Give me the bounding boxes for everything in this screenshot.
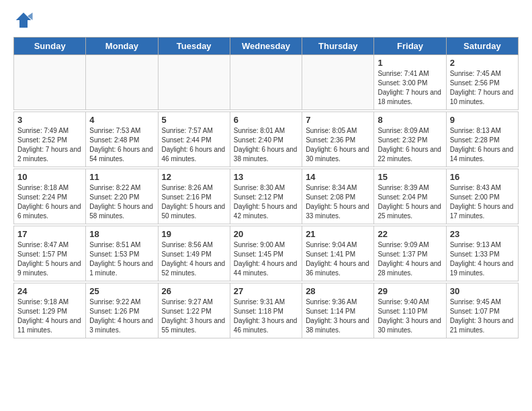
calendar-cell: 27Sunrise: 9:31 AM Sunset: 1:18 PM Dayli… — [230, 283, 302, 338]
day-info: Sunrise: 8:05 AM Sunset: 2:36 PM Dayligh… — [306, 126, 370, 164]
calendar-header-sunday: Sunday — [14, 38, 86, 55]
day-number: 6 — [234, 115, 298, 125]
day-number: 16 — [450, 172, 515, 182]
day-info: Sunrise: 7:49 AM Sunset: 2:52 PM Dayligh… — [17, 126, 82, 164]
day-number: 2 — [450, 58, 515, 68]
calendar-cell: 16Sunrise: 8:43 AM Sunset: 2:00 PM Dayli… — [446, 169, 518, 224]
calendar-header-thursday: Thursday — [302, 38, 374, 55]
calendar-cell: 3Sunrise: 7:49 AM Sunset: 2:52 PM Daylig… — [14, 112, 86, 167]
day-number: 3 — [17, 115, 82, 125]
day-number: 18 — [89, 229, 154, 239]
day-number: 7 — [306, 115, 370, 125]
calendar-cell: 7Sunrise: 8:05 AM Sunset: 2:36 PM Daylig… — [302, 112, 374, 167]
calendar-week-5: 24Sunrise: 9:18 AM Sunset: 1:29 PM Dayli… — [14, 283, 519, 338]
calendar-header-friday: Friday — [374, 38, 446, 55]
page: SundayMondayTuesdayWednesdayThursdayFrid… — [0, 0, 532, 411]
calendar-cell — [230, 55, 302, 110]
day-info: Sunrise: 9:00 AM Sunset: 1:45 PM Dayligh… — [234, 240, 298, 278]
calendar-cell — [14, 55, 86, 110]
calendar-header-wednesday: Wednesday — [230, 38, 302, 55]
calendar-cell: 25Sunrise: 9:22 AM Sunset: 1:26 PM Dayli… — [86, 283, 158, 338]
day-number: 19 — [162, 229, 226, 239]
day-number: 14 — [306, 172, 370, 182]
day-info: Sunrise: 8:51 AM Sunset: 1:53 PM Dayligh… — [89, 240, 154, 278]
calendar-week-1: 1Sunrise: 7:41 AM Sunset: 3:00 PM Daylig… — [14, 55, 519, 110]
calendar-cell: 17Sunrise: 8:47 AM Sunset: 1:57 PM Dayli… — [14, 226, 86, 281]
day-number: 22 — [378, 229, 442, 239]
day-info: Sunrise: 8:18 AM Sunset: 2:24 PM Dayligh… — [17, 183, 82, 221]
day-info: Sunrise: 9:31 AM Sunset: 1:18 PM Dayligh… — [234, 298, 298, 335]
calendar-cell: 26Sunrise: 9:27 AM Sunset: 1:22 PM Dayli… — [158, 283, 230, 338]
day-number: 29 — [378, 286, 442, 296]
calendar-cell: 11Sunrise: 8:22 AM Sunset: 2:20 PM Dayli… — [86, 169, 158, 224]
day-info: Sunrise: 8:26 AM Sunset: 2:16 PM Dayligh… — [162, 183, 226, 221]
day-info: Sunrise: 9:27 AM Sunset: 1:22 PM Dayligh… — [162, 298, 226, 335]
calendar-cell: 21Sunrise: 9:04 AM Sunset: 1:41 PM Dayli… — [302, 226, 374, 281]
calendar-cell — [86, 55, 158, 110]
calendar-cell: 18Sunrise: 8:51 AM Sunset: 1:53 PM Dayli… — [86, 226, 158, 281]
calendar-week-3: 10Sunrise: 8:18 AM Sunset: 2:24 PM Dayli… — [14, 169, 519, 224]
day-number: 25 — [89, 286, 154, 296]
day-number: 1 — [378, 58, 442, 68]
day-number: 9 — [450, 115, 515, 125]
calendar-cell: 30Sunrise: 9:45 AM Sunset: 1:07 PM Dayli… — [446, 283, 518, 338]
day-info: Sunrise: 9:04 AM Sunset: 1:41 PM Dayligh… — [306, 240, 370, 278]
day-number: 5 — [162, 115, 226, 125]
calendar-cell: 14Sunrise: 8:34 AM Sunset: 2:08 PM Dayli… — [302, 169, 374, 224]
day-info: Sunrise: 8:39 AM Sunset: 2:04 PM Dayligh… — [378, 183, 442, 221]
day-info: Sunrise: 8:22 AM Sunset: 2:20 PM Dayligh… — [89, 183, 154, 221]
calendar-cell: 23Sunrise: 9:13 AM Sunset: 1:33 PM Dayli… — [446, 226, 518, 281]
day-number: 20 — [234, 229, 298, 239]
day-number: 24 — [17, 286, 82, 296]
day-number: 8 — [378, 115, 442, 125]
calendar-body: 1Sunrise: 7:41 AM Sunset: 3:00 PM Daylig… — [14, 55, 519, 338]
day-info: Sunrise: 7:53 AM Sunset: 2:48 PM Dayligh… — [89, 126, 154, 164]
calendar-cell: 20Sunrise: 9:00 AM Sunset: 1:45 PM Dayli… — [230, 226, 302, 281]
calendar-week-4: 17Sunrise: 8:47 AM Sunset: 1:57 PM Dayli… — [14, 226, 519, 281]
calendar-cell: 12Sunrise: 8:26 AM Sunset: 2:16 PM Dayli… — [158, 169, 230, 224]
day-info: Sunrise: 9:18 AM Sunset: 1:29 PM Dayligh… — [17, 298, 82, 335]
day-info: Sunrise: 8:34 AM Sunset: 2:08 PM Dayligh… — [306, 183, 370, 221]
day-info: Sunrise: 9:13 AM Sunset: 1:33 PM Dayligh… — [450, 240, 515, 278]
calendar-header-saturday: Saturday — [446, 38, 518, 55]
day-info: Sunrise: 9:22 AM Sunset: 1:26 PM Dayligh… — [89, 298, 154, 335]
day-info: Sunrise: 8:56 AM Sunset: 1:49 PM Dayligh… — [162, 240, 226, 278]
logo — [13, 10, 37, 30]
day-info: Sunrise: 7:41 AM Sunset: 3:00 PM Dayligh… — [378, 69, 442, 107]
calendar-cell — [302, 55, 374, 110]
calendar-cell: 24Sunrise: 9:18 AM Sunset: 1:29 PM Dayli… — [14, 283, 86, 338]
calendar-cell: 13Sunrise: 8:30 AM Sunset: 2:12 PM Dayli… — [230, 169, 302, 224]
day-info: Sunrise: 7:45 AM Sunset: 2:56 PM Dayligh… — [450, 69, 515, 107]
calendar-header-monday: Monday — [86, 38, 158, 55]
calendar-cell — [158, 55, 230, 110]
calendar-header-row: SundayMondayTuesdayWednesdayThursdayFrid… — [14, 38, 519, 55]
day-info: Sunrise: 9:09 AM Sunset: 1:37 PM Dayligh… — [378, 240, 442, 278]
day-info: Sunrise: 9:36 AM Sunset: 1:14 PM Dayligh… — [306, 298, 370, 335]
logo-icon — [13, 10, 34, 30]
calendar-cell: 6Sunrise: 8:01 AM Sunset: 2:40 PM Daylig… — [230, 112, 302, 167]
day-info: Sunrise: 8:09 AM Sunset: 2:32 PM Dayligh… — [378, 126, 442, 164]
day-number: 23 — [450, 229, 515, 239]
calendar-cell: 2Sunrise: 7:45 AM Sunset: 2:56 PM Daylig… — [446, 55, 518, 110]
header — [13, 10, 519, 30]
day-number: 10 — [17, 172, 82, 182]
day-number: 30 — [450, 286, 515, 296]
day-number: 11 — [89, 172, 154, 182]
calendar-cell: 29Sunrise: 9:40 AM Sunset: 1:10 PM Dayli… — [374, 283, 446, 338]
calendar-cell: 5Sunrise: 7:57 AM Sunset: 2:44 PM Daylig… — [158, 112, 230, 167]
calendar-cell: 8Sunrise: 8:09 AM Sunset: 2:32 PM Daylig… — [374, 112, 446, 167]
svg-marker-0 — [16, 13, 32, 28]
day-info: Sunrise: 9:40 AM Sunset: 1:10 PM Dayligh… — [378, 298, 442, 335]
day-info: Sunrise: 7:57 AM Sunset: 2:44 PM Dayligh… — [162, 126, 226, 164]
day-number: 27 — [234, 286, 298, 296]
day-number: 17 — [17, 229, 82, 239]
day-info: Sunrise: 9:45 AM Sunset: 1:07 PM Dayligh… — [450, 298, 515, 335]
day-info: Sunrise: 8:47 AM Sunset: 1:57 PM Dayligh… — [17, 240, 82, 278]
day-number: 15 — [378, 172, 442, 182]
day-number: 4 — [89, 115, 154, 125]
day-number: 21 — [306, 229, 370, 239]
calendar-week-2: 3Sunrise: 7:49 AM Sunset: 2:52 PM Daylig… — [14, 112, 519, 167]
calendar-cell: 22Sunrise: 9:09 AM Sunset: 1:37 PM Dayli… — [374, 226, 446, 281]
day-number: 12 — [162, 172, 226, 182]
day-number: 26 — [162, 286, 226, 296]
